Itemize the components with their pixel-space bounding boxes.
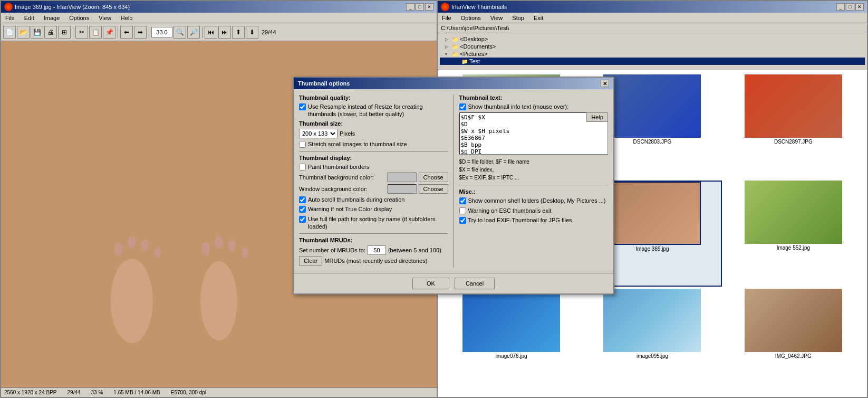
dialog-right-panel: Thumbnail text: Show thumbnail info text… — [454, 94, 609, 268]
info-textarea[interactable]: $D$F $X $D $W x $H pixels $E36867 $B bpp… — [459, 112, 609, 155]
svg-point-9 — [228, 240, 236, 251]
thumb-menu-view[interactable]: View — [488, 14, 505, 22]
thumb-titlebar-controls: _ □ ✕ — [836, 3, 864, 11]
exif-label: Try to load EXIF-Thumbnail for JPG files — [468, 216, 572, 224]
new-btn[interactable]: 📄 — [3, 26, 16, 39]
win-color-row: Window background color: Choose — [299, 184, 448, 194]
ok-btn[interactable]: OK — [412, 278, 449, 289]
fullpath-row: Use full file path for sorting by name (… — [299, 215, 448, 231]
showinfo-checkbox[interactable] — [459, 103, 466, 110]
nav-counter: 29/44 — [262, 29, 276, 35]
app-logo — [4, 3, 13, 11]
thumb-window-title: IrfanView Thumbnails — [451, 4, 507, 10]
menu-image[interactable]: Image — [42, 14, 62, 22]
thumb-menu-stop[interactable]: Stop — [510, 14, 526, 22]
close-btn[interactable]: ✕ — [425, 3, 433, 11]
save-btn[interactable]: 💾 — [31, 26, 43, 39]
menu-file[interactable]: File — [3, 14, 17, 22]
resample-label: Use Resample instead of Resize for creat… — [308, 103, 448, 118]
next-btn[interactable]: ⏭ — [218, 26, 231, 39]
menu-options[interactable]: Options — [67, 14, 91, 22]
esc-checkbox[interactable] — [459, 207, 466, 214]
mruds-count-input[interactable] — [368, 245, 386, 255]
main-menu-bar: File Edit Image Options View Help — [1, 13, 437, 23]
up-btn[interactable]: ⬆ — [232, 26, 245, 39]
tree-pictures-label: <Pictures> — [460, 51, 488, 57]
zoom-input[interactable] — [151, 27, 172, 37]
minimize-btn[interactable]: _ — [406, 3, 414, 11]
thumb-restore-btn[interactable]: □ — [846, 3, 854, 11]
thumb-minimize-btn[interactable]: _ — [836, 3, 845, 11]
path-bar: C:\Users\joe\Pictures\Test\ — [438, 23, 867, 33]
copy-btn[interactable]: 📋 — [89, 26, 102, 39]
tree-desktop[interactable]: ▷ 📁 <Desktop> — [440, 35, 865, 43]
paste-btn[interactable]: 📌 — [103, 26, 115, 39]
tree-pictures[interactable]: ▾ 📁 <Pictures> — [440, 50, 865, 58]
thumb-item-7[interactable]: image076.jpg — [442, 289, 581, 393]
sep3 — [149, 26, 149, 38]
resample-checkbox[interactable] — [299, 103, 306, 110]
truecolor-label: Warning if not True Color display — [308, 205, 392, 213]
dialog-close-btn[interactable]: ✕ — [601, 80, 609, 87]
print-btn[interactable]: 🖨 — [44, 26, 57, 39]
thumb-item-3[interactable]: DSCN2897.JPG — [724, 74, 863, 178]
prev-btn[interactable]: ⏮ — [205, 26, 217, 39]
tree-view: ▷ 📁 <Desktop> ▷ 📁 <Documents> ▾ 📁 <Pictu… — [438, 33, 867, 70]
showshell-row: Show common shell folders (Desktop, My P… — [459, 197, 609, 204]
svg-point-2 — [200, 261, 237, 340]
back-btn[interactable]: ⬅ — [120, 26, 133, 39]
bg-color-label: Thumbnail background color: — [299, 174, 374, 181]
divider3 — [459, 185, 609, 185]
choose-bg-color-btn[interactable]: Choose — [419, 173, 448, 182]
size-select[interactable]: 200 x 133 — [299, 129, 337, 138]
thumb-image-6 — [745, 181, 842, 244]
thumb-btn[interactable]: ⊞ — [58, 26, 71, 39]
tree-test[interactable]: 📁 Test — [440, 58, 865, 65]
choose-win-color-btn[interactable]: Choose — [419, 184, 448, 194]
help-btn[interactable]: Help — [586, 112, 608, 122]
thumb-image-8 — [603, 289, 701, 352]
down-btn[interactable]: ⬇ — [246, 26, 258, 39]
main-window-title: Image 369.jpg - IrfanView (Zoom: 845 x 6… — [15, 4, 130, 10]
tree-test-label: Test — [469, 58, 480, 64]
clear-mruds-btn[interactable]: Clear — [299, 256, 322, 266]
zoom-in-btn[interactable]: 🔍 — [173, 26, 186, 39]
paint-borders-row: Paint thumbnail borders — [299, 163, 448, 170]
showshell-label: Show common shell folders (Desktop, My P… — [468, 197, 606, 204]
dialog-footer: OK Cancel — [294, 273, 613, 293]
stretch-label: Stretch small images to thumbnail size — [308, 140, 407, 148]
fullpath-checkbox[interactable] — [299, 216, 306, 223]
thumb-menu-file[interactable]: File — [440, 14, 454, 22]
zoom-out-btn[interactable]: 🔎 — [187, 26, 200, 39]
menu-edit[interactable]: Edit — [22, 14, 36, 22]
thumb-label-7: image076.jpg — [496, 353, 527, 359]
menu-help[interactable]: Help — [119, 14, 135, 22]
thumbnail-options-dialog: Thumbnail options ✕ Thumbnail quality: U… — [293, 77, 614, 295]
win-color-label: Window background color: — [299, 186, 368, 192]
thumb-menu-exit[interactable]: Exit — [532, 14, 545, 22]
sep2 — [118, 26, 118, 38]
thumb-label-8: image095.jpg — [636, 353, 668, 359]
thumb-item-9[interactable]: IMG_0462.JPG — [724, 289, 863, 393]
tree-documents[interactable]: ▷ 📁 <Documents> — [440, 43, 865, 50]
thumb-item-8[interactable]: image095.jpg — [583, 289, 721, 393]
menu-view[interactable]: View — [97, 14, 113, 22]
cut-btn[interactable]: ✂ — [75, 26, 88, 39]
showshell-checkbox[interactable] — [459, 197, 466, 204]
truecolor-checkbox[interactable] — [299, 206, 306, 213]
cancel-btn[interactable]: Cancel — [455, 278, 495, 289]
thumb-close-btn[interactable]: ✕ — [855, 3, 864, 11]
restore-btn[interactable]: □ — [416, 3, 424, 11]
open-btn[interactable]: 📂 — [17, 26, 30, 39]
exif-checkbox[interactable] — [459, 217, 466, 224]
paint-borders-checkbox[interactable] — [299, 164, 306, 170]
thumb-menu-options[interactable]: Options — [459, 14, 483, 22]
win-color-swatch — [388, 184, 417, 194]
svg-point-8 — [215, 235, 223, 248]
thumb-item-6[interactable]: Image 552.jpg — [724, 181, 863, 287]
exif-row: Try to load EXIF-Thumbnail for JPG files — [459, 216, 609, 224]
autoscroll-checkbox[interactable] — [299, 196, 306, 203]
stretch-checkbox[interactable] — [299, 141, 306, 148]
thumb-label-9: IMG_0462.JPG — [775, 353, 812, 359]
forward-btn[interactable]: ➡ — [134, 26, 147, 39]
